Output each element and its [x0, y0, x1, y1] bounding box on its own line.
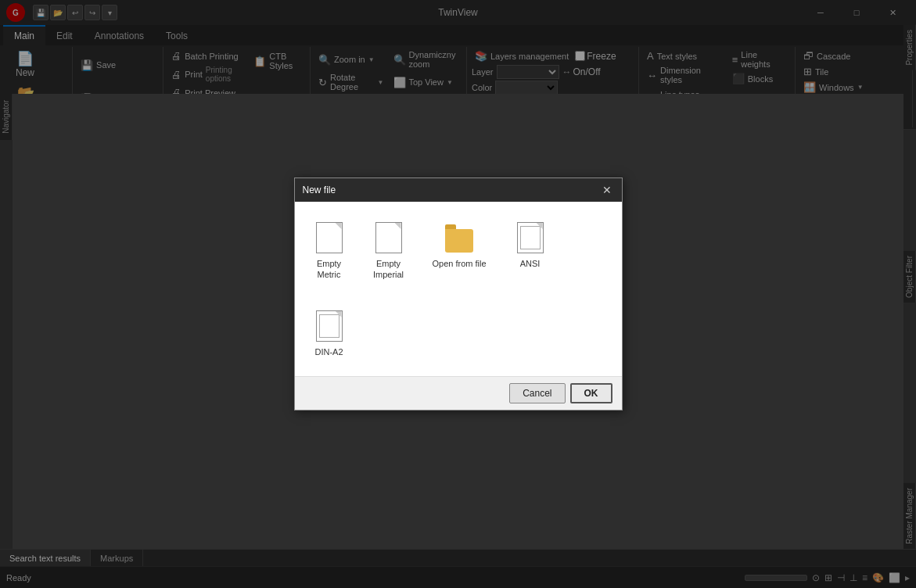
page-icon-imperial: [375, 222, 402, 253]
folder-icon: [445, 229, 473, 253]
ansi-option[interactable]: ANSI: [508, 214, 552, 275]
din-a2-label: DIN-A2: [314, 346, 343, 357]
new-file-dialog: New file ✕ Empty Metric: [294, 177, 623, 411]
open-from-file-label: Open from file: [433, 258, 487, 269]
dialog-title-bar: New file ✕: [295, 178, 622, 202]
page-icon-metric: [316, 222, 343, 253]
din-a2-icon: [314, 309, 345, 343]
cancel-button[interactable]: Cancel: [509, 383, 565, 403]
file-options-row: Empty Metric Empty Imperial: [307, 214, 609, 364]
dialog-close-button[interactable]: ✕: [600, 183, 614, 197]
ok-button[interactable]: OK: [570, 383, 612, 403]
din-a2-option[interactable]: DIN-A2: [307, 303, 351, 364]
empty-imperial-label: Empty Imperial: [373, 258, 404, 281]
dialog-title: New file: [303, 185, 336, 195]
ansi-label: ANSI: [520, 258, 541, 269]
empty-imperial-icon: [373, 220, 404, 255]
din-page-icon: [316, 310, 343, 342]
modal-overlay: New file ✕ Empty Metric: [0, 0, 916, 588]
dialog-body: Empty Metric Empty Imperial: [295, 202, 622, 376]
empty-metric-icon: [314, 220, 345, 255]
open-from-file-icon: [444, 220, 475, 255]
empty-imperial-option[interactable]: Empty Imperial: [367, 214, 411, 287]
empty-metric-option[interactable]: Empty Metric: [307, 214, 351, 287]
dialog-footer: Cancel OK: [295, 376, 622, 410]
ansi-icon: [515, 220, 546, 255]
ansi-page-icon: [517, 222, 544, 253]
empty-metric-label: Empty Metric: [317, 258, 341, 281]
open-from-file-option[interactable]: Open from file: [426, 214, 493, 275]
